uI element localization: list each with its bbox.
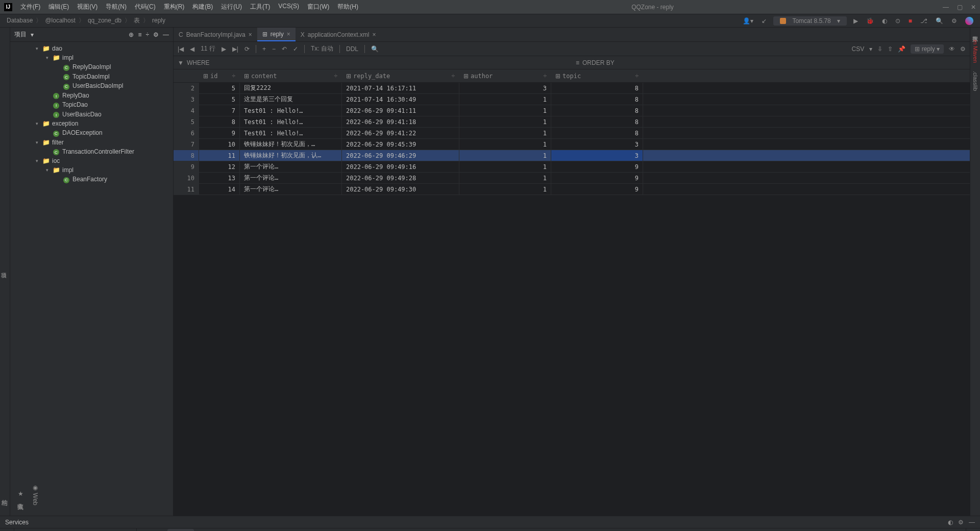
upload-icon[interactable]: ⇧	[888, 45, 893, 53]
menu-item[interactable]: 窗口(W)	[303, 3, 333, 11]
gear-icon[interactable]: ⚙	[958, 519, 964, 526]
menu-item[interactable]: 构建(B)	[188, 3, 217, 11]
tree-node[interactable]: ▾📁exception	[10, 119, 173, 128]
back-icon[interactable]: ↙	[762, 17, 767, 25]
data-grid[interactable]: ⊞ id ÷⊞ content ÷⊞ reply_date ÷⊞ author …	[174, 69, 970, 516]
column-header[interactable]: ⊞ content ÷	[240, 69, 342, 82]
breadcrumb-item[interactable]: @localhost	[45, 17, 76, 24]
revert-icon[interactable]: ↶	[282, 45, 287, 53]
settings-icon[interactable]: ⚙	[951, 17, 957, 25]
next-page-icon[interactable]: ▶	[222, 45, 226, 53]
menu-item[interactable]: 运行(U)	[217, 3, 246, 11]
console-tab[interactable]: 服务器	[167, 529, 194, 531]
tree-node[interactable]: ▾📁impl	[10, 165, 173, 175]
delete-row-icon[interactable]: −	[272, 45, 276, 53]
select-target-icon[interactable]: ⊕	[129, 31, 134, 38]
menu-item[interactable]: 重构(R)	[160, 3, 189, 11]
table-switcher[interactable]: ⊞ reply ▾	[911, 44, 944, 54]
eye-icon[interactable]: 👁	[949, 45, 955, 53]
breadcrumb-item[interactable]: 表	[134, 17, 140, 24]
minimize-icon[interactable]: —	[943, 4, 949, 11]
table-row[interactable]: 10 13 第一个评论… 2022-06-29 09:49:28 1 9	[174, 173, 970, 184]
tree-node[interactable]: CReplyDaoImpl	[10, 62, 173, 72]
project-tree[interactable]: ▾📁dao▾📁implCReplyDaoImplCTopicDaoImplCUs…	[10, 42, 173, 516]
search-icon[interactable]: 🔍	[936, 17, 943, 25]
breadcrumb-item[interactable]: qq_zone_db	[88, 17, 121, 24]
gear-icon[interactable]: ⚙	[153, 31, 159, 38]
editor-tab[interactable]: XapplicationContext.xml×	[296, 28, 381, 41]
column-header[interactable]: ⊞ id ÷	[199, 69, 240, 82]
column-header[interactable]: ⊞ reply_date ÷	[342, 69, 459, 82]
filter-icon[interactable]: ▼	[178, 59, 184, 66]
column-header[interactable]: ⊞ author ÷	[459, 69, 551, 82]
export-format[interactable]: CSV	[852, 45, 865, 53]
favorites-tool-button[interactable]: ★ 收藏夹	[16, 490, 24, 499]
editor-tab[interactable]: CBeanFactoryImpl.java×	[174, 28, 257, 41]
tree-node[interactable]: CBeanFactory	[10, 175, 173, 184]
menu-item[interactable]: VCS(S)	[274, 3, 303, 11]
menu-item[interactable]: 导航(N)	[102, 3, 131, 11]
last-page-icon[interactable]: ▶|	[232, 45, 238, 53]
debug-icon[interactable]: 🐞	[866, 17, 874, 25]
search-data-icon[interactable]: 🔍	[371, 45, 379, 53]
tree-node[interactable]: ITopicDao	[10, 100, 173, 110]
git-icon[interactable]: ⎇	[920, 17, 927, 25]
run-icon[interactable]: ▶	[853, 17, 858, 25]
table-row[interactable]: 6 9 Test01 : Hello!… 2022-06-29 09:41:22…	[174, 128, 970, 139]
tree-node[interactable]: CUserBasicDaoImpl	[10, 81, 173, 91]
tree-node[interactable]: CTopicDaoImpl	[10, 72, 173, 82]
table-row[interactable]: 5 8 Test01 : Hello!… 2022-06-29 09:41:18…	[174, 116, 970, 128]
settings-icon[interactable]: ⚙	[960, 45, 966, 53]
orderby-label[interactable]: ORDER BY	[582, 59, 615, 66]
run-config-selector[interactable]: Tomcat 8.5.78 ▾	[773, 16, 846, 26]
menu-item[interactable]: 代码(C)	[131, 3, 160, 11]
menu-item[interactable]: 工具(T)	[246, 3, 274, 11]
user-icon[interactable]: 👤▾	[743, 17, 753, 25]
table-row[interactable]: 11 14 第一个评论… 2022-06-29 09:49:30 1 9	[174, 184, 970, 195]
pin-icon[interactable]: 📌	[898, 45, 905, 53]
add-row-icon[interactable]: +	[262, 45, 266, 53]
table-row[interactable]: 7 10 铁锤妹妹好！初次见面，… 2022-06-29 09:45:39 1 …	[174, 139, 970, 150]
tree-node[interactable]: IUserBasicDao	[10, 110, 173, 119]
breadcrumb-item[interactable]: reply	[152, 17, 165, 24]
maven-tool-button[interactable]: m Maven	[972, 40, 978, 63]
breadcrumb-item[interactable]: Database	[7, 17, 33, 24]
tree-node[interactable]: ▾📁ioc	[10, 156, 173, 165]
hide-icon[interactable]: —	[163, 31, 169, 38]
table-row[interactable]: 9 12 第一个评论… 2022-06-29 09:49:16 1 9	[174, 161, 970, 173]
editor-tab[interactable]: ⊞reply×	[257, 28, 296, 41]
collapse-icon[interactable]: ÷	[145, 31, 149, 38]
profile-icon[interactable]: ⊙	[895, 17, 900, 25]
maximize-icon[interactable]: ▢	[957, 4, 963, 11]
tree-node[interactable]: IReplyDao	[10, 91, 173, 101]
tree-node[interactable]: CTransactionControllerFilter	[10, 147, 173, 157]
stop-icon[interactable]: ■	[909, 17, 912, 25]
menu-item[interactable]: 视图(V)	[73, 3, 102, 11]
table-row[interactable]: 3 5 这里是第三个回复 2021-07-14 16:30:49 1 8	[174, 94, 970, 105]
sort-icon[interactable]: ≡	[576, 59, 579, 66]
column-header[interactable]: ⊞ topic ÷	[551, 69, 643, 82]
first-page-icon[interactable]: |◀	[178, 45, 184, 53]
tree-node[interactable]: ▾📁impl	[10, 53, 173, 62]
web-tool-button[interactable]: ◉ Web	[32, 484, 39, 505]
ddl-button[interactable]: DDL	[346, 45, 358, 53]
tree-node[interactable]: CDAOException	[10, 128, 173, 138]
menu-item[interactable]: 编辑(E)	[44, 3, 73, 11]
menu-item[interactable]: 帮助(H)	[333, 3, 362, 11]
expand-icon[interactable]: ≡	[138, 31, 141, 38]
prev-page-icon[interactable]: ◀	[190, 45, 194, 53]
hide-icon[interactable]: —	[969, 519, 975, 526]
tx-mode[interactable]: Tx: 自动	[311, 44, 333, 53]
table-row[interactable]: 4 7 Test01 : Hello!… 2022-06-29 09:41:11…	[174, 105, 970, 116]
close-icon[interactable]: ✕	[971, 4, 976, 11]
refresh-icon[interactable]: ⟳	[244, 45, 250, 53]
jpa-tool-button[interactable]: .classlib	[972, 71, 978, 91]
table-row[interactable]: 2 5 回复2222 2021-07-14 16:17:11 3 8	[174, 83, 970, 94]
commit-icon[interactable]: ✓	[293, 45, 298, 53]
avatar-icon[interactable]	[965, 17, 973, 25]
coverage-icon[interactable]: ◐	[882, 17, 887, 25]
layout-icon[interactable]: ◐	[948, 519, 953, 526]
download-icon[interactable]: ⇩	[877, 45, 883, 53]
where-label[interactable]: WHERE	[187, 59, 210, 66]
tree-node[interactable]: ▾📁filter	[10, 138, 173, 147]
